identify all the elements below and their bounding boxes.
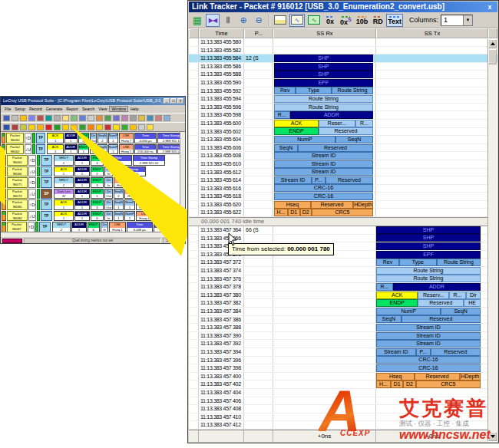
table-row[interactable]: 11:13.383 457 390Stream ID [189, 332, 497, 341]
toolbar-icon-17[interactable] [147, 124, 154, 130]
link-tracker-titlebar[interactable]: Link Tracker - Packet # 916012 [USB_3.0_… [189, 2, 497, 12]
toolbar-icon-9[interactable] [79, 115, 86, 121]
toolbar-icon-0[interactable] [3, 115, 10, 121]
table-row[interactable]: 11:13.383 457 386SeqNReserved [189, 316, 497, 324]
toolbar-icon-2[interactable] [20, 115, 27, 121]
packet-row[interactable]: Packet96060↑DTPACK1ADDR1ENDP1DirOutSeqN2… [2, 133, 185, 143]
horizontal-scrollbar[interactable] [1, 232, 185, 237]
window-button-cell[interactable]: _ [164, 98, 170, 104]
running-disparity-button[interactable]: RD [371, 14, 385, 27]
table-row[interactable]: 11:13.383 455 58412 (SSHP [189, 54, 497, 63]
toolbar-icon-17[interactable] [147, 115, 154, 121]
table-row[interactable]: 11:13.383 455 602ENDPReserved [189, 128, 497, 137]
wave-green-button[interactable]: ∿ [306, 14, 322, 27]
table-row[interactable]: 11:13.383 457 398CRC-16 [189, 364, 497, 373]
menu-report[interactable]: Report [64, 107, 80, 111]
table-row[interactable]: 11:13.383 455 588SHP [189, 71, 497, 79]
toolbar-icon-4[interactable] [37, 124, 44, 130]
packet-row[interactable]: Packet96064↑DTPNRDY2ADDR1ENDP4Time5.4 μs… [2, 155, 185, 166]
toolbar-icon-18[interactable] [155, 115, 162, 121]
zoom-in-button[interactable]: ⊕ [236, 14, 250, 27]
toolbar-icon-19[interactable] [164, 115, 170, 121]
table-row[interactable]: 11:13.383 455 606SeqNReserved [189, 144, 497, 153]
collapse-packets-button[interactable]: ▶◀ [206, 14, 220, 27]
window-button-x[interactable]: x [177, 98, 183, 104]
table-row[interactable]: 11:13.383 457 392Stream ID [189, 340, 497, 348]
toolbar-icon-1[interactable] [12, 124, 18, 130]
packet-row[interactable]: Packet96071↑DTPNRDY2ADDR1ENDP3DirInLNKHs… [2, 177, 185, 188]
table-row[interactable]: 11:13.383 455 618CRC-16 [189, 193, 497, 201]
menu-view[interactable]: View [97, 107, 108, 111]
toolbar-icon-6[interactable] [54, 115, 61, 121]
table-row[interactable]: 11:13.383 457 394Stream IDP...Reserved [189, 348, 497, 357]
table-row[interactable]: 11:13.383 455 620HseqReservedHDepth [189, 201, 497, 209]
toolbar-icon-14[interactable] [121, 124, 128, 130]
table-row[interactable]: 11:13.383 455 622H...D1D2CRC5 [189, 209, 497, 217]
toolbar-icon-9[interactable] [79, 124, 86, 130]
column-header-cell[interactable] [189, 28, 199, 38]
table-row[interactable]: 11:13.383 457 372RevTypeRoute String [189, 259, 497, 267]
table-row[interactable]: 11:13.383 457 380ACKReserv...R...Dir [189, 292, 497, 300]
menu-file[interactable]: File [3, 107, 12, 111]
column-header-cell[interactable] [488, 28, 497, 38]
menu-search[interactable]: Search [81, 107, 96, 111]
table-row[interactable]: 11:13.383 457 378R...ADDR [189, 283, 497, 292]
table-row[interactable]: 11:13.383 455 612Stream ID [189, 169, 497, 177]
menu-window[interactable]: Window [109, 106, 127, 112]
toolbar-icon-15[interactable] [130, 124, 137, 130]
table-row[interactable]: 11:13.383 457 384NumPSeqN [189, 308, 497, 316]
table-row[interactable]: 11:13.383 455 586SHP [189, 63, 497, 71]
settings-button[interactable]: ⫴ [221, 14, 235, 27]
table-row[interactable]: 11:13.383 455 596Route String [189, 104, 497, 112]
column-header-ss-tx[interactable]: SS Tx [376, 28, 488, 38]
toolbar-icon-5[interactable] [45, 115, 52, 121]
wave-view-button[interactable]: ∿ [289, 14, 305, 27]
column-header-time[interactable]: Time [199, 28, 244, 38]
toolbar-icon-7[interactable] [62, 115, 69, 121]
table-row[interactable]: 11:13.383 457 396CRC-16 [189, 357, 497, 365]
column-header-p[interactable]: P... [244, 28, 273, 38]
toolbar-icon-4[interactable] [37, 115, 44, 121]
toolbar-icon-10[interactable] [88, 124, 94, 130]
toolbar-icon-8[interactable] [71, 115, 78, 121]
toolbar-icon-11[interactable] [96, 124, 103, 130]
toolbar-icon-16[interactable] [138, 115, 145, 121]
table-row[interactable]: 11:13.383 457 382ENDPReservedHE [189, 299, 497, 308]
table-row[interactable]: 11:13.383 455 600ACKReser...R... [189, 120, 497, 128]
table-row[interactable]: 11:13.383 457 376Route String [189, 275, 497, 284]
toolbar-icon-1[interactable] [12, 115, 18, 121]
toolbar-icon-11[interactable] [96, 115, 103, 121]
table-row[interactable]: 11:13.383 457 374Route String [189, 267, 497, 275]
toolbar-icon-7[interactable] [62, 124, 69, 130]
packet-row[interactable]: Packet96084↓UTPACK1ADDR1ENDP6DirInSeqN1N… [2, 211, 185, 222]
table-row[interactable]: 11:13.383 455 608Stream ID [189, 152, 497, 160]
table-row[interactable]: 11:13.383 455 610Stream ID [189, 160, 497, 169]
menu-help[interactable]: Help [129, 107, 140, 111]
table-row[interactable]: 11:13.383 455 590EPF [189, 79, 497, 87]
table-row[interactable]: 11:13.383 455 580 [189, 38, 497, 47]
toolbar-icon-2[interactable] [20, 124, 27, 130]
toolbar-icon-14[interactable] [121, 115, 128, 121]
toolbar-icon-5[interactable] [45, 124, 52, 130]
text-mode-button[interactable]: Text [386, 14, 403, 27]
toolbar-icon-0[interactable] [3, 124, 10, 130]
packet-row[interactable]: Packet96073↓USPData Len32ADDR1ENDP1DirOu… [2, 189, 185, 199]
vertical-scrollbar[interactable] [180, 132, 185, 232]
menu-generate[interactable]: Generate [45, 107, 64, 111]
table-row[interactable]: 11:13.383 455 598R...ADDR [189, 111, 497, 120]
column-header-ss-rx[interactable]: SS Rx [273, 28, 376, 38]
menu-record[interactable]: Record [28, 107, 44, 111]
display-options-button[interactable]: ▦ [190, 14, 204, 27]
columns-select[interactable]: 1▼ [441, 15, 473, 26]
table-row[interactable]: 11:13.383 455 614Stream IDP...Reserved [189, 176, 497, 185]
scroll-thumb[interactable] [488, 49, 497, 64]
table-row[interactable]: 11:13.383 455 616CRC-16 [189, 185, 497, 193]
packet-row[interactable]: Packet96062↓UTPACK1ADDR1ENDP1DirInSeqN1N… [2, 144, 185, 155]
toolbar-icon-12[interactable] [104, 115, 111, 121]
zoom-out-button[interactable]: ⊖ [252, 14, 266, 27]
dropdown-arrow-icon[interactable]: ▼ [463, 15, 472, 25]
packet-row[interactable]: Packet96066↓UTPACK1ADDR1ENDP2DirInTime S… [2, 166, 185, 177]
packet-row[interactable]: Packet96087↑DTPNRDY2ADDR1ENDP6DirInLNKHs… [2, 222, 185, 232]
scroll-up-button[interactable] [488, 39, 497, 48]
toolbar-icon-15[interactable] [130, 115, 137, 121]
